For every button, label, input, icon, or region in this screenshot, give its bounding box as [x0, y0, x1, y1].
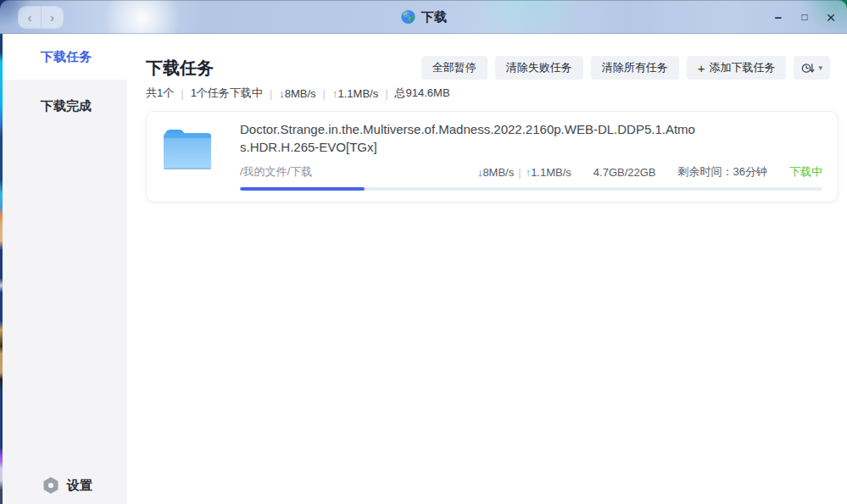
clear-failed-label: 清除失败任务: [506, 60, 572, 75]
task-status-badge: 下载中: [789, 164, 822, 180]
task-remaining-time: 剩余时间：36分钟: [678, 164, 767, 180]
sidebar: 下载任务 下载完成 设置: [0, 34, 127, 504]
chevron-left-icon: ‹: [28, 10, 32, 25]
global-down-speed: ↓8MB/s: [279, 87, 315, 100]
main-content: 下载任务 全部暂停 清除失败任务 清除所有任务 + 添加下载任务: [127, 34, 847, 504]
task-meta-right: ↓8MB/s | ↑1.1MB/s 4.7GB/22GB 剩余时间：36分钟 下…: [477, 164, 822, 180]
nav-button-group: ‹ ›: [19, 7, 63, 28]
app-body: 下载任务 下载完成 设置 下载任务 全: [0, 34, 847, 504]
task-filename: Doctor.Strange.in.the.Multiverse.of.Madn…: [240, 120, 698, 156]
task-up-speed: ↑1.1MB/s: [526, 166, 571, 179]
task-speeds: ↓8MB/s | ↑1.1MB/s: [477, 166, 571, 179]
separator: |: [270, 87, 272, 100]
task-details: Doctor.Strange.in.the.Multiverse.of.Madn…: [240, 120, 822, 191]
global-up-speed: ↑1.1MB/s: [332, 87, 378, 100]
clear-failed-button[interactable]: 清除失败任务: [495, 56, 583, 80]
titlebar: ‹ › 下载 − □ ×: [0, 0, 847, 34]
settings-button[interactable]: 设置: [42, 477, 92, 494]
add-task-label: 添加下载任务: [709, 60, 775, 75]
gear-icon: [42, 477, 59, 494]
total-size: 总914.6MB: [395, 86, 450, 101]
sort-by-time-icon: [801, 62, 816, 75]
separator: |: [323, 87, 326, 100]
window-title-group: 下载: [400, 0, 447, 34]
task-count: 共1个: [146, 86, 174, 101]
download-task-row[interactable]: Doctor.Strange.in.the.Multiverse.of.Madn…: [146, 111, 839, 202]
folder-icon: [162, 126, 213, 191]
window-controls: − □ ×: [772, 0, 837, 34]
sort-order-button[interactable]: ▾: [794, 56, 830, 80]
back-button[interactable]: ‹: [19, 7, 41, 28]
main-header: 下载任务 全部暂停 清除失败任务 清除所有任务 + 添加下载任务: [127, 34, 847, 80]
progress-bar: [240, 187, 822, 191]
settings-label: 设置: [67, 478, 92, 494]
caret-down-icon: ▾: [818, 64, 822, 72]
chevron-right-icon: ›: [50, 10, 54, 25]
sidebar-item-download-tasks[interactable]: 下载任务: [0, 34, 127, 80]
task-up-speed-value: 1.1MB/s: [531, 166, 571, 179]
task-meta-row: /我的文件/下载 ↓8MB/s | ↑1.1MB/s 4.7GB/22GB 剩余…: [240, 164, 822, 180]
task-down-speed-value: 8MB/s: [482, 166, 514, 179]
window-title: 下载: [421, 9, 447, 25]
minimize-button[interactable]: −: [772, 11, 784, 24]
pause-all-label: 全部暂停: [432, 60, 476, 75]
separator: |: [518, 166, 521, 179]
page-title: 下载任务: [146, 57, 214, 80]
task-path: /我的文件/下载: [240, 164, 312, 180]
task-down-speed: ↓8MB/s: [477, 166, 514, 179]
close-button[interactable]: ×: [825, 9, 837, 25]
forward-button[interactable]: ›: [41, 7, 63, 28]
sidebar-item-label: 下载完成: [41, 98, 92, 114]
active-task-count: 1个任务下载中: [191, 86, 263, 101]
separator: |: [181, 87, 183, 100]
toolbar: 全部暂停 清除失败任务 清除所有任务 + 添加下载任务: [421, 56, 830, 80]
up-speed-value: 1.1MB/s: [337, 87, 378, 100]
sidebar-item-download-complete[interactable]: 下载完成: [0, 80, 127, 132]
add-download-task-button[interactable]: + 添加下载任务: [687, 56, 787, 80]
app-window: ‹ › 下载 − □ ×: [0, 0, 847, 504]
plus-icon: +: [698, 62, 705, 75]
globe-download-icon: [400, 9, 415, 25]
task-size: 4.7GB/22GB: [593, 166, 656, 179]
clear-all-button[interactable]: 清除所有任务: [591, 56, 679, 80]
maximize-button[interactable]: □: [799, 12, 811, 22]
down-speed-value: 8MB/s: [285, 87, 316, 100]
pause-all-button[interactable]: 全部暂停: [421, 56, 488, 80]
stats-line: 共1个 | 1个任务下载中 | ↓8MB/s | ↑1.1MB/s | 总914…: [146, 86, 847, 101]
clear-all-label: 清除所有任务: [602, 60, 668, 75]
progress-fill: [240, 187, 365, 191]
sidebar-item-label: 下载任务: [41, 49, 92, 65]
separator: |: [385, 87, 387, 100]
